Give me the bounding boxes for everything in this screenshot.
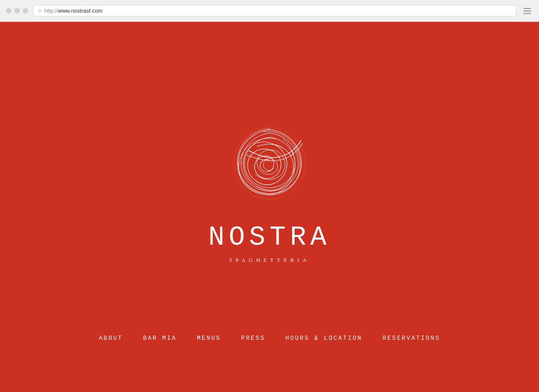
nav-item-menus[interactable]: MENUS	[197, 335, 221, 341]
nav-item-reservations[interactable]: RESERVATIONS	[383, 335, 440, 341]
nav-item-hours-location[interactable]: HOURS & LOCATION	[285, 335, 362, 341]
browser-chrome: ⊙ http://www.nostrasf.com	[0, 0, 539, 22]
hamburger-button[interactable]	[521, 5, 533, 17]
navigation: ABOUT BAR MIA MENUS PRESS HOURS & LOCATI…	[99, 335, 440, 341]
website-content: NOSTRA SPAGHETTERIA ABOUT BAR MIA MENUS …	[0, 22, 539, 392]
traffic-light-minimize[interactable]	[14, 8, 20, 13]
url-prefix: http://	[44, 8, 58, 14]
brand-name: NOSTRA	[208, 222, 330, 253]
hamburger-line-2	[523, 11, 531, 11]
brand-subtitle: SPAGHETTERIA	[229, 257, 310, 264]
traffic-light-close[interactable]	[6, 8, 11, 13]
lock-icon: ⊙	[38, 8, 42, 13]
traffic-light-fullscreen[interactable]	[23, 8, 28, 13]
nav-item-press[interactable]: PRESS	[241, 335, 265, 341]
brand-logo	[223, 117, 316, 210]
nav-item-about[interactable]: ABOUT	[99, 335, 123, 341]
address-bar-container[interactable]: ⊙ http://www.nostrasf.com	[33, 5, 516, 16]
nav-item-bar-mia[interactable]: BAR MIA	[143, 335, 177, 341]
url-main: www.nostrasf.com	[58, 8, 102, 14]
hamburger-line-1	[523, 8, 531, 9]
address-bar[interactable]: http://www.nostrasf.com	[44, 8, 512, 14]
traffic-lights	[6, 8, 28, 13]
logo-area: NOSTRA SPAGHETTERIA	[208, 117, 330, 264]
hamburger-line-3	[523, 13, 531, 14]
